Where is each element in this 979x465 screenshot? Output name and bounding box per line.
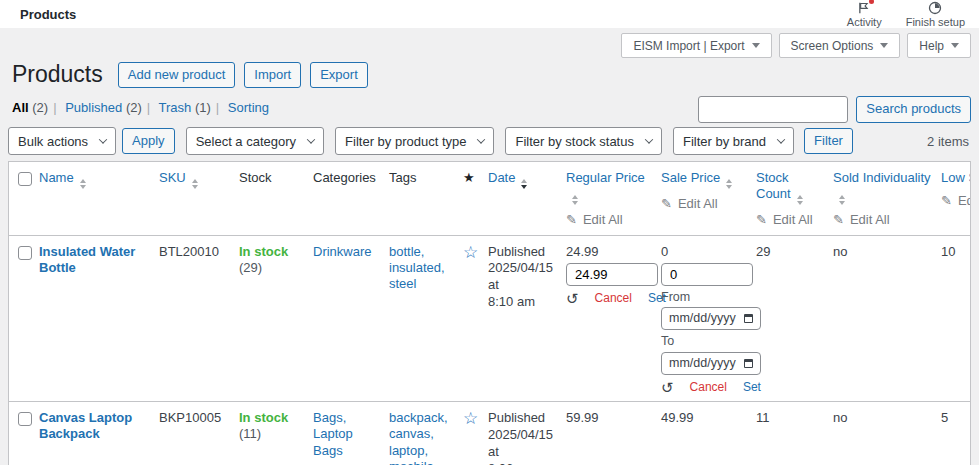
- activity-button[interactable]: Activity: [847, 1, 882, 28]
- sort-arrows-icon: [572, 195, 578, 205]
- regular-price-value: 59.99: [566, 402, 661, 465]
- filter-button[interactable]: Filter: [804, 128, 853, 154]
- sale-price-input[interactable]: [661, 263, 753, 286]
- category-filter-label: Select a category: [196, 134, 296, 149]
- search-products-button[interactable]: Search products: [856, 96, 971, 122]
- topbar-actions: Activity Finish setup: [847, 0, 965, 28]
- reset-icon[interactable]: ↺: [566, 291, 579, 306]
- sort-by-low-stock[interactable]: Low St: [941, 170, 970, 185]
- items-count: 2 items: [927, 134, 969, 149]
- chevron-down-icon: [752, 43, 760, 48]
- product-type-filter-select[interactable]: Filter by product type: [335, 127, 494, 155]
- sort-by-name[interactable]: Name: [39, 170, 86, 185]
- sort-by-sku[interactable]: SKU: [159, 170, 198, 185]
- cancel-link[interactable]: Cancel: [690, 380, 727, 395]
- low-stock-value: 5: [941, 402, 970, 465]
- category-link[interactable]: Bags, Laptop Bags: [313, 410, 353, 458]
- stock-status-filter-label: Filter by stock status: [515, 134, 633, 149]
- low-stock-value: 10: [941, 235, 970, 402]
- chevron-down-icon: [951, 43, 959, 48]
- notification-dot: [869, 0, 874, 4]
- help-button[interactable]: Help: [907, 33, 971, 58]
- calendar-icon[interactable]: [744, 359, 753, 368]
- pencil-icon: ✎: [661, 196, 672, 212]
- edit-all-label: Edit All: [773, 212, 813, 228]
- row-checkbox[interactable]: [18, 246, 32, 260]
- search-input[interactable]: [698, 96, 848, 123]
- product-type-filter-label: Filter by product type: [345, 134, 466, 149]
- finish-setup-label: Finish setup: [906, 17, 965, 28]
- sort-by-stock-count[interactable]: Stock Count: [756, 170, 803, 201]
- view-published-link[interactable]: Published: [65, 100, 122, 115]
- page-header: Products Add new product Import Export: [12, 60, 971, 90]
- screen-options-label: Screen Options: [791, 39, 874, 53]
- sort-by-regular-price[interactable]: Regular Price: [566, 170, 645, 201]
- regular-price-value: 24.99: [566, 244, 651, 260]
- date-placeholder: mm/dd/yyyy: [669, 311, 736, 327]
- category-link[interactable]: Drinkware: [313, 244, 372, 259]
- category-filter-select[interactable]: Select a category: [186, 127, 324, 155]
- column-sold-individuality-label: Sold Individuality: [833, 170, 931, 185]
- edit-all-stock-count[interactable]: ✎Edit All: [756, 212, 823, 228]
- activity-flag-icon: [857, 1, 871, 15]
- apply-button[interactable]: Apply: [122, 128, 175, 154]
- post-date: 2025/04/15 at: [488, 260, 556, 294]
- stock-qty: (11): [239, 426, 261, 441]
- sale-price-cell: 0 From mm/dd/yyyy To mm/dd/yyyy: [661, 235, 756, 402]
- add-new-product-button[interactable]: Add new product: [118, 62, 236, 88]
- view-separator: |: [147, 100, 150, 115]
- view-trash-link[interactable]: Trash: [159, 100, 192, 115]
- pencil-icon: ✎: [566, 212, 577, 228]
- brand-filter-select[interactable]: Filter by brand: [673, 127, 794, 155]
- edit-all-low-stock[interactable]: ✎Ed: [941, 193, 970, 209]
- edit-all-regular-price[interactable]: ✎Edit All: [566, 212, 651, 228]
- featured-star-toggle-icon[interactable]: ☆: [463, 243, 478, 262]
- chevron-down-icon: [777, 135, 785, 143]
- edit-all-label: Edit All: [583, 212, 623, 228]
- tag-links[interactable]: bottle, insulated, steel: [389, 244, 445, 292]
- chevron-down-icon: [477, 135, 485, 143]
- export-button[interactable]: Export: [310, 62, 368, 88]
- stock-status-filter-select[interactable]: Filter by stock status: [505, 127, 661, 155]
- regular-price-input[interactable]: [566, 263, 658, 286]
- sort-by-sold-individuality[interactable]: Sold Individuality: [833, 170, 931, 201]
- sale-from-date-input[interactable]: mm/dd/yyyy: [661, 307, 761, 330]
- view-separator: |: [216, 100, 219, 115]
- pencil-icon: ✎: [941, 193, 952, 209]
- featured-star-toggle-icon[interactable]: ☆: [463, 409, 478, 428]
- table-horizontal-clip: Name SKU Stock Categories Tags ★ Date Re…: [9, 162, 970, 465]
- select-all-checkbox[interactable]: [18, 172, 32, 186]
- sort-by-sale-price[interactable]: Sale Price: [661, 170, 732, 185]
- chevron-down-icon: [307, 135, 315, 143]
- post-status: Published: [488, 244, 556, 261]
- tag-links[interactable]: backpack, canvas, laptop, mochila: [389, 410, 448, 465]
- calendar-icon[interactable]: [744, 314, 753, 323]
- edit-all-sold-individuality[interactable]: ✎Edit All: [833, 212, 931, 228]
- view-sorting-link[interactable]: Sorting: [228, 100, 269, 115]
- activity-label: Activity: [847, 17, 882, 28]
- cancel-link[interactable]: Cancel: [595, 291, 632, 306]
- sort-by-date[interactable]: Date: [488, 170, 527, 185]
- view-all-link[interactable]: All: [12, 100, 29, 115]
- post-date: 2025/04/15 at: [488, 427, 556, 461]
- bulk-actions-select[interactable]: Bulk actions: [8, 127, 116, 155]
- screen-meta-tabs: EISM Import | Export Screen Options Help: [621, 33, 971, 58]
- edit-all-sale-price[interactable]: ✎Edit All: [661, 196, 746, 212]
- eism-import-export-button[interactable]: EISM Import | Export: [621, 33, 771, 58]
- product-name-link[interactable]: Canvas Laptop Backpack: [39, 410, 132, 441]
- search-area: Search products: [698, 96, 971, 123]
- table-row: Insulated Water Bottle BTL20010 In stock…: [9, 235, 970, 402]
- date-cell: Published 2025/04/15 at 8:10 am: [488, 235, 566, 402]
- row-checkbox[interactable]: [18, 412, 32, 426]
- product-name-link[interactable]: Insulated Water Bottle: [39, 244, 135, 275]
- column-sale-price-label: Sale Price: [661, 170, 720, 185]
- set-link[interactable]: Set: [743, 380, 761, 395]
- import-button[interactable]: Import: [244, 62, 301, 88]
- screen-options-button[interactable]: Screen Options: [779, 33, 901, 58]
- featured-star-icon[interactable]: ★: [463, 170, 475, 185]
- reset-icon[interactable]: ↺: [661, 380, 674, 395]
- date-cell: Published 2025/04/15 at 8:06 am: [488, 402, 566, 465]
- finish-setup-button[interactable]: Finish setup: [906, 1, 965, 28]
- sale-to-date-input[interactable]: mm/dd/yyyy: [661, 352, 761, 375]
- eism-import-export-label: EISM Import | Export: [633, 39, 744, 53]
